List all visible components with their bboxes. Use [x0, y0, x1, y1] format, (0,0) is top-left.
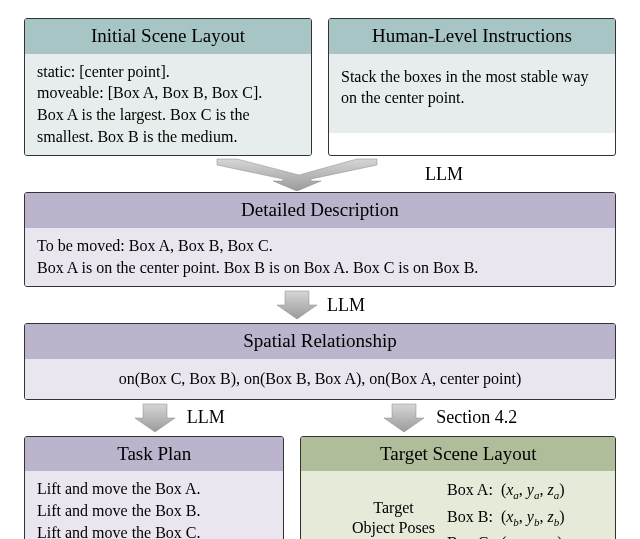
svg-marker-1	[277, 291, 317, 319]
scene-line-1: static: [center point].	[37, 61, 299, 83]
human-instructions-title: Human-Level Instructions	[329, 19, 615, 54]
svg-marker-3	[384, 404, 424, 432]
target-a-label: Box A:	[447, 481, 493, 498]
scene-line-3: Box A is the largest. Box C is the small…	[37, 104, 299, 147]
arrow-llm-1: LLM	[24, 156, 616, 192]
target-row-b: Box B: (xb, yb, zb)	[447, 505, 564, 531]
target-row-a: Box A: (xa, ya, za)	[447, 478, 564, 504]
target-left-caption: Target Object Poses	[352, 498, 435, 538]
human-instructions-body: Stack the boxes in the most stable way o…	[329, 54, 615, 133]
arrow-down-icon	[382, 402, 426, 434]
arrow-label-llm-3: LLM	[187, 407, 225, 428]
target-row-c: Box C: (xc, yc, zc)	[447, 531, 564, 539]
arrow-down-icon	[275, 289, 319, 321]
spatial-relationship-box: Spatial Relationship on(Box C, Box B), o…	[24, 323, 616, 399]
spatial-relationship-body: on(Box C, Box B), on(Box B, Box A), on(B…	[25, 359, 615, 399]
target-pose-list: Box A: (xa, ya, za) Box B: (xb, yb, zb) …	[447, 478, 564, 539]
arrow-llm-2: LLM	[24, 287, 616, 323]
task-line-3: Lift and move the Box C.	[37, 522, 271, 539]
task-plan-box: Task Plan Lift and move the Box A. Lift …	[24, 436, 284, 539]
target-left-line-2: Object Poses	[352, 518, 435, 538]
target-scene-body: Target Object Poses Box A: (xa, ya, za) …	[301, 471, 615, 539]
detailed-description-title: Detailed Description	[25, 193, 615, 228]
task-line-2: Lift and move the Box B.	[37, 500, 271, 522]
detailed-line-2: Box A is on the center point. Box B is o…	[37, 257, 603, 279]
arrow-down-icon	[177, 157, 417, 191]
detailed-line-1: To be moved: Box A, Box B, Box C.	[37, 235, 603, 257]
split-arrows-row: LLM Section 4.2	[24, 400, 616, 436]
initial-scene-layout-box: Initial Scene Layout static: [center poi…	[24, 18, 312, 156]
detailed-description-box: Detailed Description To be moved: Box A,…	[24, 192, 616, 287]
arrow-label-llm-2: LLM	[327, 295, 365, 316]
task-plan-body: Lift and move the Box A. Lift and move t…	[25, 471, 283, 539]
spatial-relationship-title: Spatial Relationship	[25, 324, 615, 359]
detailed-description-body: To be moved: Box A, Box B, Box C. Box A …	[25, 228, 615, 286]
target-scene-title: Target Scene Layout	[301, 437, 615, 472]
task-line-1: Lift and move the Box A.	[37, 478, 271, 500]
human-instructions-box: Human-Level Instructions Stack the boxes…	[328, 18, 616, 156]
initial-scene-body: static: [center point]. moveable: [Box A…	[25, 54, 311, 155]
bottom-outputs-row: Task Plan Lift and move the Box A. Lift …	[24, 436, 616, 539]
arrow-label-llm-1: LLM	[425, 164, 463, 185]
arrow-down-icon	[133, 402, 177, 434]
target-left-line-1: Target	[352, 498, 435, 518]
task-plan-title: Task Plan	[25, 437, 283, 472]
initial-scene-title: Initial Scene Layout	[25, 19, 311, 54]
target-scene-layout-box: Target Scene Layout Target Object Poses …	[300, 436, 616, 539]
svg-marker-0	[217, 159, 377, 191]
scene-line-2: moveable: [Box A, Box B, Box C].	[37, 82, 299, 104]
arrow-label-section: Section 4.2	[436, 407, 517, 428]
target-b-label: Box B:	[447, 508, 493, 525]
target-c-label: Box C:	[447, 534, 493, 539]
top-inputs-row: Initial Scene Layout static: [center poi…	[24, 18, 616, 156]
svg-marker-2	[135, 404, 175, 432]
